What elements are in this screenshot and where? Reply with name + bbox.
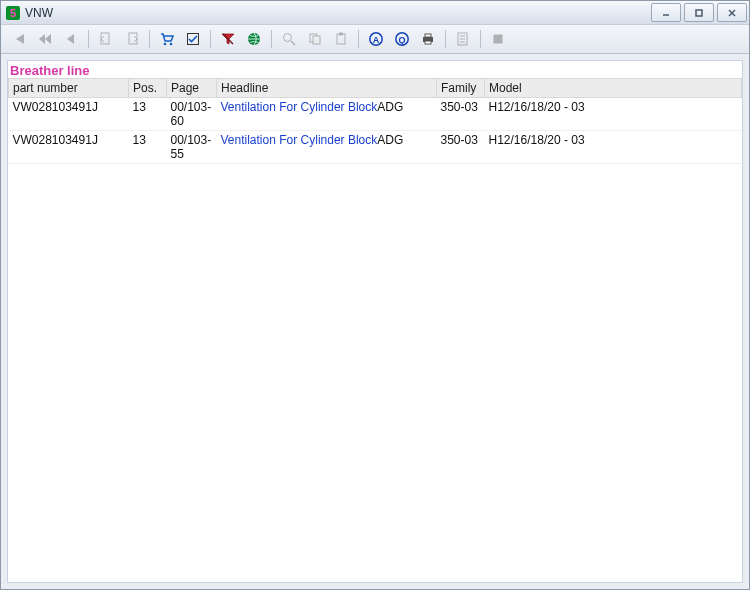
col-model[interactable]: Model <box>485 79 742 98</box>
svg-rect-30 <box>494 35 503 44</box>
maximize-button[interactable] <box>684 3 714 22</box>
toolbar-separator <box>88 30 89 48</box>
svg-text:A: A <box>373 35 380 45</box>
copy-button[interactable] <box>303 27 327 51</box>
app-window: 5 VNW A Q <box>0 0 750 590</box>
headline-suffix: ADG <box>377 133 403 147</box>
svg-text:5: 5 <box>10 7 16 19</box>
prev-page-button[interactable] <box>33 27 57 51</box>
svg-text:Q: Q <box>398 35 405 45</box>
toolbar-separator <box>271 30 272 48</box>
table-row[interactable]: VW028103491J 13 00/103-55 Ventilation Fo… <box>9 131 742 164</box>
app-icon: 5 <box>5 5 21 21</box>
content-area: Breather line part number Pos. Page Head… <box>1 54 749 589</box>
results-table: part number Pos. Page Headline Family Mo… <box>8 78 742 164</box>
svg-rect-24 <box>425 34 431 37</box>
cart-button[interactable] <box>155 27 179 51</box>
search-q-button[interactable]: Q <box>390 27 414 51</box>
paste-button[interactable] <box>329 27 353 51</box>
section-title: Breather line <box>8 61 742 78</box>
svg-point-9 <box>170 43 173 46</box>
cell-headline[interactable]: Ventilation For Cylinder BlockADG <box>217 131 437 164</box>
headline-suffix: ADG <box>377 100 403 114</box>
stop-button[interactable] <box>486 27 510 51</box>
bookmark-next-button[interactable] <box>120 27 144 51</box>
window-title: VNW <box>25 6 53 20</box>
titlebar-left: 5 VNW <box>5 5 53 21</box>
minimize-button[interactable] <box>651 3 681 22</box>
zoom-button[interactable] <box>277 27 301 51</box>
checklist-button[interactable] <box>181 27 205 51</box>
headline-link[interactable]: Ventilation For Cylinder Block <box>221 133 378 147</box>
results-panel: Breather line part number Pos. Page Head… <box>7 60 743 583</box>
globe-button[interactable] <box>242 27 266 51</box>
toolbar-separator <box>480 30 481 48</box>
cell-pos: 13 <box>129 131 167 164</box>
svg-rect-3 <box>696 10 702 16</box>
cell-page: 00/103-60 <box>167 98 217 131</box>
toolbar-separator <box>210 30 211 48</box>
filter-button[interactable] <box>216 27 240 51</box>
svg-point-8 <box>164 43 167 46</box>
col-family[interactable]: Family <box>437 79 485 98</box>
table-header-row: part number Pos. Page Headline Family Mo… <box>9 79 742 98</box>
window-controls <box>651 3 747 22</box>
headline-link[interactable]: Ventilation For Cylinder Block <box>221 100 378 114</box>
cell-model: H12/16/18/20 - 03 <box>485 98 742 131</box>
bookmark-prev-button[interactable] <box>94 27 118 51</box>
cell-family: 350-03 <box>437 131 485 164</box>
notes-button[interactable] <box>451 27 475 51</box>
col-part-number[interactable]: part number <box>9 79 129 98</box>
svg-line-14 <box>291 41 295 45</box>
col-headline[interactable]: Headline <box>217 79 437 98</box>
search-a-button[interactable]: A <box>364 27 388 51</box>
close-button[interactable] <box>717 3 747 22</box>
toolbar: A Q <box>1 25 749 54</box>
cell-headline[interactable]: Ventilation For Cylinder BlockADG <box>217 98 437 131</box>
print-button[interactable] <box>416 27 440 51</box>
cell-part-number: VW028103491J <box>9 98 129 131</box>
cell-part-number: VW028103491J <box>9 131 129 164</box>
first-record-button[interactable] <box>7 27 31 51</box>
toolbar-separator <box>445 30 446 48</box>
table-row[interactable]: VW028103491J 13 00/103-60 Ventilation Fo… <box>9 98 742 131</box>
toolbar-separator <box>149 30 150 48</box>
svg-point-13 <box>284 34 292 42</box>
cell-family: 350-03 <box>437 98 485 131</box>
titlebar: 5 VNW <box>1 1 749 25</box>
prev-record-button[interactable] <box>59 27 83 51</box>
col-page[interactable]: Page <box>167 79 217 98</box>
cell-page: 00/103-55 <box>167 131 217 164</box>
col-pos[interactable]: Pos. <box>129 79 167 98</box>
toolbar-separator <box>358 30 359 48</box>
svg-rect-16 <box>313 36 320 44</box>
svg-rect-25 <box>425 41 431 44</box>
svg-rect-18 <box>339 33 343 36</box>
cell-pos: 13 <box>129 98 167 131</box>
cell-model: H12/16/18/20 - 03 <box>485 131 742 164</box>
